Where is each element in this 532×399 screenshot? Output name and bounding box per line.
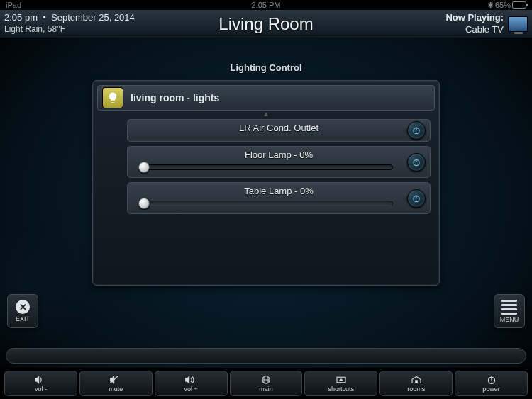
house-icon: [410, 375, 423, 385]
device-label: Table Lamp - 0%: [133, 186, 424, 196]
status-marquee: [6, 348, 526, 364]
bottom-toolbar: vol - mute vol + main shortcuts rooms po…: [0, 368, 532, 399]
bluetooth-icon: ✱: [487, 1, 494, 10]
battery-indicator: ✱ 65%: [487, 1, 526, 10]
speaker-icon: [184, 375, 197, 385]
svg-rect-12: [415, 380, 417, 383]
toolbar-label: power: [482, 386, 500, 393]
app-header: 2:05 pm • September 25, 2014 Light Rain,…: [0, 10, 532, 38]
device-list: LR Air Cond. Outlet Floor Lamp - 0% Tabl…: [97, 119, 435, 214]
power-toggle-button[interactable]: [407, 121, 426, 140]
dimmer-slider[interactable]: [140, 201, 393, 206]
speaker-mute-icon: [109, 375, 122, 385]
lighting-panel: living room - lights ▲ LR Air Cond. Outl…: [92, 80, 440, 286]
bulb-icon: [102, 87, 123, 108]
header-weather: Light Rain, 58°F: [4, 24, 135, 35]
dimmer-slider[interactable]: [140, 164, 393, 170]
device-row: Floor Lamp - 0%: [127, 146, 431, 178]
battery-percent: 65%: [495, 1, 511, 9]
device-label: LR Air Cond. Outlet: [133, 123, 424, 133]
toolbar-label: rooms: [407, 386, 425, 393]
power-toggle-button[interactable]: [407, 189, 426, 208]
shortcuts-button[interactable]: shortcuts: [304, 371, 377, 396]
tv-icon[interactable]: [508, 16, 528, 32]
device-row: LR Air Cond. Outlet: [127, 119, 431, 142]
up-panel-icon: [335, 375, 348, 385]
vol-down-button[interactable]: vol -: [4, 371, 77, 396]
toolbar-label: vol -: [35, 386, 47, 393]
status-time: 2:05 PM: [252, 1, 281, 9]
menu-icon: [501, 300, 517, 315]
mute-button[interactable]: mute: [79, 371, 153, 396]
toolbar-label: vol +: [184, 386, 198, 393]
device-label: iPad: [6, 1, 21, 9]
device-row: Table Lamp - 0%: [127, 182, 431, 214]
toolbar-label: shortcuts: [328, 386, 355, 393]
zone-header[interactable]: living room - lights: [97, 85, 435, 111]
toolbar-label: mute: [109, 386, 123, 393]
device-label: Floor Lamp - 0%: [133, 150, 424, 160]
menu-label: MENU: [500, 316, 519, 323]
toolbar-label: main: [259, 386, 273, 393]
close-icon: ✕: [16, 300, 30, 314]
header-time: 2:05 pm: [4, 12, 38, 23]
now-playing-label: Now Playing:: [445, 12, 504, 24]
main-button[interactable]: main: [230, 371, 303, 396]
section-title: Lighting Control: [0, 62, 532, 73]
now-playing-value: Cable TV: [445, 24, 504, 36]
scroll-up-hint: ▲: [97, 112, 435, 116]
power-button[interactable]: power: [455, 371, 528, 396]
menu-button[interactable]: MENU: [494, 294, 525, 328]
exit-label: EXIT: [16, 315, 30, 322]
slider-thumb[interactable]: [138, 198, 150, 209]
grid-icon: [260, 375, 272, 385]
header-right: Now Playing: Cable TV: [445, 12, 528, 36]
battery-icon: [512, 1, 526, 9]
power-icon: [485, 375, 498, 385]
zone-label: living room - lights: [131, 92, 219, 103]
header-left: 2:05 pm • September 25, 2014 Light Rain,…: [4, 12, 135, 35]
power-toggle-button[interactable]: [407, 153, 426, 172]
vol-up-button[interactable]: vol +: [155, 371, 228, 396]
page-title: Living Room: [218, 14, 313, 34]
exit-button[interactable]: ✕ EXIT: [7, 294, 38, 328]
header-date: September 25, 2014: [51, 12, 135, 23]
ipad-status-bar: iPad 2:05 PM ✱ 65%: [0, 0, 532, 10]
background-decoration: [0, 229, 85, 356]
slider-thumb[interactable]: [138, 162, 150, 173]
speaker-icon: [34, 375, 47, 385]
rooms-button[interactable]: rooms: [379, 371, 453, 396]
